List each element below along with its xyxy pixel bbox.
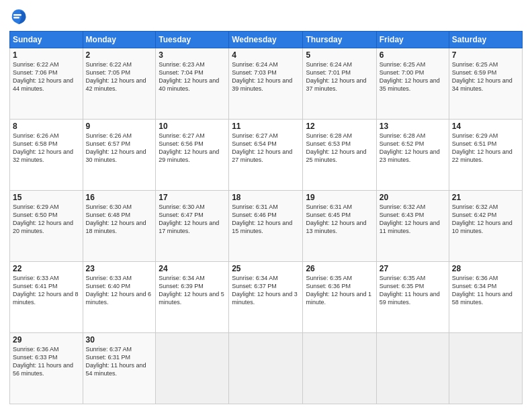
header [9, 7, 523, 26]
day-number: 9 [86, 122, 153, 131]
calendar-cell: 17Sunrise: 6:30 AMSunset: 6:47 PMDayligh… [156, 191, 229, 262]
day-content: Sunrise: 6:35 AMSunset: 6:36 PMDaylight:… [306, 274, 373, 307]
day-number: 10 [159, 122, 226, 131]
day-content: Sunrise: 6:36 AMSunset: 6:33 PMDaylight:… [13, 345, 80, 378]
day-content: Sunrise: 6:32 AMSunset: 6:42 PMDaylight:… [452, 203, 519, 236]
calendar-cell: 13Sunrise: 6:28 AMSunset: 6:52 PMDayligh… [376, 120, 449, 191]
day-content: Sunrise: 6:35 AMSunset: 6:35 PMDaylight:… [380, 274, 446, 307]
day-content: Sunrise: 6:28 AMSunset: 6:53 PMDaylight:… [306, 132, 373, 165]
day-number: 17 [159, 193, 226, 202]
calendar-cell [229, 333, 303, 404]
day-number: 7 [452, 50, 519, 60]
weekday-header-friday: Friday [376, 32, 449, 48]
day-content: Sunrise: 6:25 AMSunset: 6:59 PMDaylight:… [452, 60, 519, 93]
page: SundayMondayTuesdayWednesdayThursdayFrid… [0, 0, 532, 411]
day-number: 18 [232, 193, 300, 202]
calendar-cell: 19Sunrise: 6:31 AMSunset: 6:45 PMDayligh… [303, 191, 376, 262]
day-content: Sunrise: 6:37 AMSunset: 6:31 PMDaylight:… [86, 345, 153, 378]
day-content: Sunrise: 6:25 AMSunset: 7:00 PMDaylight:… [380, 60, 446, 93]
calendar-cell: 23Sunrise: 6:33 AMSunset: 6:40 PMDayligh… [83, 262, 156, 333]
day-number: 21 [452, 193, 519, 202]
calendar-cell: 11Sunrise: 6:27 AMSunset: 6:54 PMDayligh… [229, 120, 303, 191]
calendar-week-5: 29Sunrise: 6:36 AMSunset: 6:33 PMDayligh… [10, 333, 523, 404]
calendar-week-4: 22Sunrise: 6:33 AMSunset: 6:41 PMDayligh… [10, 262, 523, 333]
svg-rect-0 [13, 14, 21, 16]
day-number: 4 [232, 50, 300, 60]
calendar-week-1: 1Sunrise: 6:22 AMSunset: 7:06 PMDaylight… [10, 48, 523, 120]
day-content: Sunrise: 6:27 AMSunset: 6:54 PMDaylight:… [232, 132, 300, 165]
day-number: 14 [452, 122, 519, 131]
day-content: Sunrise: 6:33 AMSunset: 6:41 PMDaylight:… [13, 274, 80, 307]
calendar-cell: 12Sunrise: 6:28 AMSunset: 6:53 PMDayligh… [303, 120, 376, 191]
calendar-header: SundayMondayTuesdayWednesdayThursdayFrid… [10, 32, 523, 48]
calendar-body: 1Sunrise: 6:22 AMSunset: 7:06 PMDaylight… [10, 48, 523, 404]
logo-icon [9, 7, 28, 26]
day-number: 19 [306, 193, 373, 202]
day-number: 8 [13, 122, 80, 131]
calendar-cell: 4Sunrise: 6:24 AMSunset: 7:03 PMDaylight… [229, 48, 303, 120]
day-content: Sunrise: 6:34 AMSunset: 6:39 PMDaylight:… [159, 274, 226, 307]
calendar-cell [303, 333, 376, 404]
calendar-table: SundayMondayTuesdayWednesdayThursdayFrid… [9, 31, 523, 404]
day-number: 15 [13, 193, 80, 202]
day-content: Sunrise: 6:29 AMSunset: 6:50 PMDaylight:… [13, 203, 80, 236]
day-number: 28 [452, 264, 519, 273]
calendar-week-2: 8Sunrise: 6:26 AMSunset: 6:58 PMDaylight… [10, 120, 523, 191]
day-content: Sunrise: 6:32 AMSunset: 6:43 PMDaylight:… [380, 203, 446, 236]
calendar-cell: 2Sunrise: 6:22 AMSunset: 7:05 PMDaylight… [83, 48, 156, 120]
day-content: Sunrise: 6:22 AMSunset: 7:06 PMDaylight:… [13, 60, 80, 93]
day-number: 6 [380, 50, 446, 60]
day-content: Sunrise: 6:29 AMSunset: 6:51 PMDaylight:… [452, 132, 519, 165]
calendar-cell: 15Sunrise: 6:29 AMSunset: 6:50 PMDayligh… [10, 191, 83, 262]
day-number: 3 [159, 50, 226, 60]
weekday-header-tuesday: Tuesday [156, 32, 229, 48]
calendar-cell: 25Sunrise: 6:34 AMSunset: 6:37 PMDayligh… [229, 262, 303, 333]
calendar-cell: 14Sunrise: 6:29 AMSunset: 6:51 PMDayligh… [449, 120, 522, 191]
weekday-header-wednesday: Wednesday [229, 32, 303, 48]
day-content: Sunrise: 6:36 AMSunset: 6:34 PMDaylight:… [452, 274, 519, 307]
calendar-cell: 27Sunrise: 6:35 AMSunset: 6:35 PMDayligh… [376, 262, 449, 333]
weekday-header-saturday: Saturday [449, 32, 522, 48]
calendar-cell: 10Sunrise: 6:27 AMSunset: 6:56 PMDayligh… [156, 120, 229, 191]
svg-rect-1 [13, 17, 19, 19]
day-content: Sunrise: 6:23 AMSunset: 7:04 PMDaylight:… [159, 60, 226, 93]
calendar-cell: 24Sunrise: 6:34 AMSunset: 6:39 PMDayligh… [156, 262, 229, 333]
calendar-cell: 18Sunrise: 6:31 AMSunset: 6:46 PMDayligh… [229, 191, 303, 262]
calendar-cell: 9Sunrise: 6:26 AMSunset: 6:57 PMDaylight… [83, 120, 156, 191]
day-content: Sunrise: 6:27 AMSunset: 6:56 PMDaylight:… [159, 132, 226, 165]
day-number: 25 [232, 264, 300, 273]
day-number: 11 [232, 122, 300, 131]
day-number: 27 [380, 264, 446, 273]
day-content: Sunrise: 6:33 AMSunset: 6:40 PMDaylight:… [86, 274, 153, 307]
day-content: Sunrise: 6:24 AMSunset: 7:01 PMDaylight:… [306, 60, 373, 93]
day-content: Sunrise: 6:34 AMSunset: 6:37 PMDaylight:… [232, 274, 300, 307]
calendar-cell: 30Sunrise: 6:37 AMSunset: 6:31 PMDayligh… [83, 333, 156, 404]
day-content: Sunrise: 6:26 AMSunset: 6:58 PMDaylight:… [13, 132, 80, 165]
day-content: Sunrise: 6:24 AMSunset: 7:03 PMDaylight:… [232, 60, 300, 93]
weekday-row: SundayMondayTuesdayWednesdayThursdayFrid… [10, 32, 523, 48]
day-content: Sunrise: 6:28 AMSunset: 6:52 PMDaylight:… [380, 132, 446, 165]
day-number: 13 [380, 122, 446, 131]
weekday-header-monday: Monday [83, 32, 156, 48]
calendar-cell: 21Sunrise: 6:32 AMSunset: 6:42 PMDayligh… [449, 191, 522, 262]
day-content: Sunrise: 6:30 AMSunset: 6:48 PMDaylight:… [86, 203, 153, 236]
day-number: 30 [86, 335, 153, 345]
day-number: 29 [13, 335, 80, 345]
day-number: 5 [306, 50, 373, 60]
day-number: 22 [13, 264, 80, 273]
calendar-cell: 7Sunrise: 6:25 AMSunset: 6:59 PMDaylight… [449, 48, 522, 120]
day-number: 1 [13, 50, 80, 60]
day-content: Sunrise: 6:26 AMSunset: 6:57 PMDaylight:… [86, 132, 153, 165]
calendar-cell: 5Sunrise: 6:24 AMSunset: 7:01 PMDaylight… [303, 48, 376, 120]
weekday-header-thursday: Thursday [303, 32, 376, 48]
day-number: 20 [380, 193, 446, 202]
day-number: 26 [306, 264, 373, 273]
calendar-cell: 16Sunrise: 6:30 AMSunset: 6:48 PMDayligh… [83, 191, 156, 262]
calendar-cell [376, 333, 449, 404]
day-content: Sunrise: 6:31 AMSunset: 6:45 PMDaylight:… [306, 203, 373, 236]
calendar-cell: 8Sunrise: 6:26 AMSunset: 6:58 PMDaylight… [10, 120, 83, 191]
calendar-cell: 28Sunrise: 6:36 AMSunset: 6:34 PMDayligh… [449, 262, 522, 333]
day-number: 16 [86, 193, 153, 202]
day-content: Sunrise: 6:30 AMSunset: 6:47 PMDaylight:… [159, 203, 226, 236]
calendar-cell [449, 333, 522, 404]
